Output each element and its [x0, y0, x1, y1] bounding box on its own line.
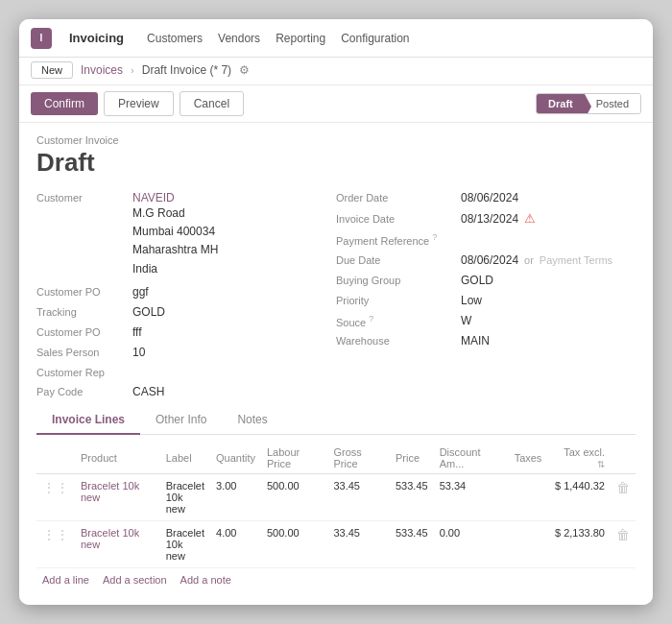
- settings-icon[interactable]: ⚙: [239, 63, 250, 77]
- form-two-col: Customer NAVEID M.G Road Mumbai 400034 M…: [36, 191, 636, 398]
- order-date-label: Order Date: [336, 192, 461, 204]
- drag-handle[interactable]: ⋮⋮: [42, 480, 69, 495]
- warehouse-field: Warehouse MAIN: [336, 334, 636, 348]
- new-button[interactable]: New: [31, 61, 73, 79]
- souce-value[interactable]: W: [461, 314, 471, 327]
- tracking-field: Tracking GOLD: [36, 305, 336, 319]
- tracking-label: Tracking: [36, 305, 132, 318]
- status-posted[interactable]: Posted: [585, 94, 640, 113]
- tracking-value[interactable]: GOLD: [132, 305, 336, 319]
- customer-po2-value[interactable]: fff: [132, 325, 336, 339]
- product-link[interactable]: Bracelet 10k new: [81, 480, 139, 503]
- row-quantity[interactable]: 4.00: [210, 520, 261, 567]
- row-labour-price[interactable]: 500.00: [261, 520, 327, 567]
- nav-customers[interactable]: Customers: [147, 32, 203, 45]
- add-row-bar: Add a line Add a section Add a note: [36, 568, 636, 591]
- th-label: Label: [160, 443, 210, 474]
- tab-other-info[interactable]: Other Info: [140, 406, 222, 435]
- row-taxes[interactable]: [509, 520, 548, 567]
- app-logo: I: [31, 28, 52, 49]
- main-content: Customer Invoice Draft Customer NAVEID M…: [19, 123, 653, 605]
- cancel-button[interactable]: Cancel: [180, 91, 244, 116]
- th-product: Product: [75, 443, 160, 474]
- product-link[interactable]: Bracelet 10k new: [81, 527, 139, 550]
- customer-name[interactable]: NAVEID: [132, 191, 218, 204]
- warning-icon: ⚠: [524, 211, 536, 226]
- th-delete: [611, 443, 636, 474]
- row-gross-price[interactable]: 33.45: [327, 520, 390, 567]
- confirm-button[interactable]: Confirm: [31, 92, 98, 115]
- customer-label: Customer: [36, 191, 132, 204]
- pay-code-value[interactable]: CASH: [132, 385, 336, 398]
- due-date-label: Due Date: [336, 254, 461, 266]
- invoice-title: Draft: [36, 148, 636, 178]
- invoice-table: Product Label Quantity Labour Price Gros…: [36, 443, 636, 568]
- sales-person-label: Sales Person: [36, 346, 132, 358]
- table-row: ⋮⋮ Bracelet 10k new Bracelet10knew 3.00 …: [36, 473, 636, 520]
- topbar: I Invoicing Customers Vendors Reporting …: [19, 19, 653, 58]
- priority-value[interactable]: Low: [461, 294, 482, 307]
- order-date-value[interactable]: 08/06/2024: [461, 191, 518, 204]
- row-discount[interactable]: 0.00: [434, 520, 509, 567]
- invoice-date-value[interactable]: 08/13/2024: [461, 212, 518, 226]
- customer-field: Customer NAVEID M.G Road Mumbai 400034 M…: [36, 191, 336, 278]
- th-discount: Discount Am...: [434, 443, 509, 474]
- sales-person-field: Sales Person 10: [36, 346, 336, 359]
- payment-terms[interactable]: Payment Terms: [540, 254, 612, 266]
- delete-icon[interactable]: 🗑: [616, 480, 630, 495]
- table-row: ⋮⋮ Bracelet 10k new Bracelet10knew 4.00 …: [36, 520, 636, 567]
- invoice-type-label: Customer Invoice: [36, 134, 636, 146]
- th-gross-price: Gross Price: [327, 443, 390, 474]
- row-discount[interactable]: 53.34: [434, 473, 509, 520]
- delete-icon[interactable]: 🗑: [616, 527, 630, 542]
- add-line-btn[interactable]: Add a line: [42, 574, 89, 586]
- add-note-btn[interactable]: Add a note: [180, 574, 231, 586]
- due-date-field: Due Date 08/06/2024 or Payment Terms: [336, 253, 636, 267]
- nav-vendors[interactable]: Vendors: [218, 32, 260, 45]
- row-price[interactable]: 533.45: [390, 473, 434, 520]
- pay-code-label: Pay Code: [36, 385, 132, 397]
- customer-address: M.G Road Mumbai 400034 Maharashtra MH In…: [132, 204, 218, 278]
- row-quantity[interactable]: 3.00: [210, 473, 261, 520]
- row-labour-price[interactable]: 500.00: [261, 473, 327, 520]
- action-bar: Confirm Preview Cancel Draft Posted: [19, 85, 653, 123]
- nav-reporting[interactable]: Reporting: [276, 32, 325, 45]
- top-nav: Customers Vendors Reporting Configuratio…: [147, 32, 409, 45]
- row-taxes[interactable]: [509, 473, 548, 520]
- pay-code-field: Pay Code CASH: [36, 385, 336, 398]
- payment-ref-label: Payment Reference ?: [336, 232, 461, 247]
- tabs: Invoice Lines Other Info Notes: [36, 406, 636, 435]
- row-label: Bracelet10knew: [166, 527, 204, 562]
- th-labour-price: Labour Price: [261, 443, 327, 474]
- breadcrumb-parent[interactable]: Invoices: [81, 63, 123, 77]
- th-tax-excl: Tax excl. ⇅: [547, 443, 611, 474]
- drag-handle[interactable]: ⋮⋮: [42, 527, 69, 542]
- souce-field: Souce ? W: [336, 314, 636, 328]
- buying-group-field: Buying Group GOLD: [336, 274, 636, 287]
- th-quantity: Quantity: [210, 443, 261, 474]
- customer-po-value[interactable]: ggf: [132, 285, 336, 299]
- row-gross-price[interactable]: 33.45: [327, 473, 390, 520]
- invoice-date-label: Invoice Date: [336, 213, 461, 225]
- preview-button[interactable]: Preview: [104, 91, 174, 116]
- or-text: or: [524, 254, 534, 266]
- row-price[interactable]: 533.45: [390, 520, 434, 567]
- row-tax-excl: $ 2,133.80: [547, 520, 611, 567]
- due-date-value[interactable]: 08/06/2024: [461, 253, 518, 267]
- sales-person-value[interactable]: 10: [132, 346, 336, 359]
- customer-po2-field: Customer PO fff: [36, 325, 336, 339]
- form-right-col: Order Date 08/06/2024 Invoice Date 08/13…: [336, 191, 636, 398]
- th-taxes: Taxes: [509, 443, 548, 474]
- tab-invoice-lines[interactable]: Invoice Lines: [36, 406, 140, 435]
- buying-group-value[interactable]: GOLD: [461, 274, 493, 287]
- status-group: Draft Posted: [536, 93, 641, 114]
- customer-po-label: Customer PO: [36, 285, 132, 298]
- add-section-btn[interactable]: Add a section: [103, 574, 167, 586]
- souce-label: Souce ?: [336, 314, 461, 328]
- warehouse-value[interactable]: MAIN: [461, 334, 490, 348]
- tab-notes[interactable]: Notes: [222, 406, 282, 435]
- breadcrumb-separator: ›: [131, 64, 134, 76]
- status-draft[interactable]: Draft: [537, 94, 585, 113]
- nav-configuration[interactable]: Configuration: [341, 32, 409, 45]
- form-left-col: Customer NAVEID M.G Road Mumbai 400034 M…: [36, 191, 336, 398]
